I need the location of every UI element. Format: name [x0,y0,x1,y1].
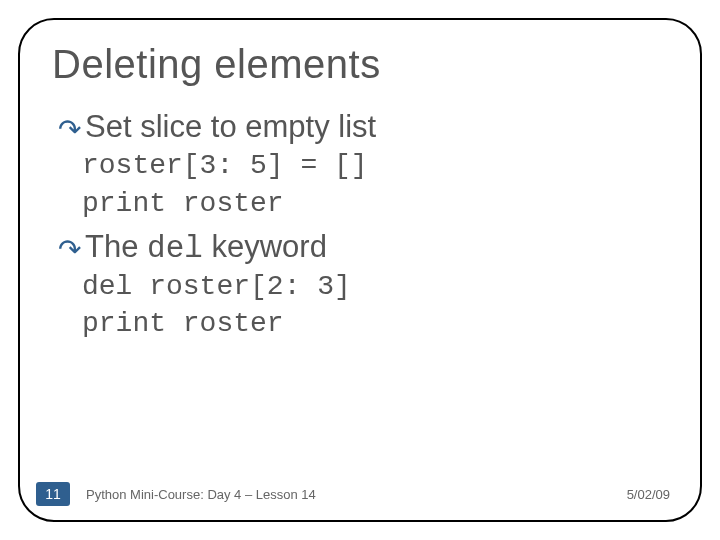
bullet-suffix: keyword [203,229,327,264]
slide: Deleting elements ↷ Set slice to empty l… [0,0,720,540]
code-line: del roster[2: 3] [82,268,680,306]
bullet-text: The del keyword [85,229,327,266]
code-line: roster[3: 5] = [] [82,147,680,185]
bullet-mono: del [147,231,203,266]
bullet-text: Set slice to empty list [85,109,376,145]
bullet-item: ↷ The del keyword [58,229,680,266]
slide-body: ↷ Set slice to empty list roster[3: 5] =… [58,109,680,343]
slide-title: Deleting elements [52,42,680,87]
bullet-icon: ↷ [58,116,81,144]
footer-text: Python Mini-Course: Day 4 – Lesson 14 [86,487,316,502]
bullet-icon: ↷ [58,236,81,264]
bullet-prefix: The [85,229,147,264]
footer-date: 5/02/09 [627,487,670,502]
page-number-badge: 11 [36,482,70,506]
slide-footer: 11 Python Mini-Course: Day 4 – Lesson 14… [0,476,720,506]
code-line: print roster [82,305,680,343]
code-line: print roster [82,185,680,223]
bullet-item: ↷ Set slice to empty list [58,109,680,145]
